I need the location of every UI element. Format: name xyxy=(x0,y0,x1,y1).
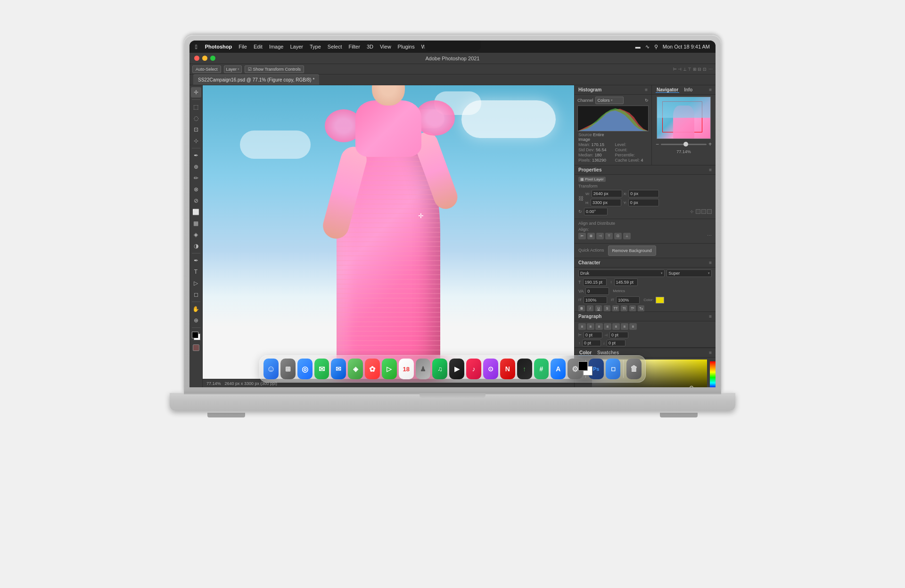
strikethrough-btn[interactable]: S xyxy=(604,305,610,312)
zoom-tool[interactable]: ⊕ xyxy=(191,315,201,326)
object-select-tool[interactable]: ⊡ xyxy=(191,124,201,135)
font-family-select[interactable]: Druk ▾ xyxy=(578,270,665,277)
right-indent-input[interactable]: 0 pt xyxy=(609,332,628,338)
dock-app-stocks[interactable]: ↑ xyxy=(517,359,532,379)
angle-input[interactable]: 0.00° xyxy=(584,208,608,215)
gradient-tool[interactable]: ▦ xyxy=(191,218,201,229)
menu-file[interactable]: File xyxy=(239,44,247,49)
align-top-btn[interactable]: ⊤ xyxy=(605,233,613,239)
para-justify-last-right[interactable]: ≡ xyxy=(621,323,628,330)
dock-app-appletv[interactable]: ▶ xyxy=(449,359,464,379)
space-after-input[interactable]: 0 pt xyxy=(607,340,625,346)
hscale-input[interactable]: 100% xyxy=(584,296,607,304)
w-input[interactable]: 2640 px xyxy=(592,190,622,197)
quick-mask-btn[interactable] xyxy=(192,344,200,351)
dock-app-contacts[interactable]: ♟ xyxy=(416,359,431,379)
more-options-icon[interactable]: ⋯ xyxy=(708,67,713,72)
pen-tool[interactable]: ✒ xyxy=(191,255,201,266)
crop-tool[interactable]: ⊹ xyxy=(191,136,201,146)
close-button[interactable] xyxy=(194,56,199,61)
dock-app-trash[interactable]: 🗑 xyxy=(626,359,642,379)
menu-edit[interactable]: Edit xyxy=(254,44,263,49)
refresh-icon[interactable]: ↻ xyxy=(645,98,649,103)
font-style-select[interactable]: Super ▾ xyxy=(666,270,712,277)
canvas-area[interactable]: ✛ 77.14% 2640 px x 3300 px (300 ppi) xyxy=(203,85,574,387)
para-align-center[interactable]: ≡ xyxy=(587,323,594,330)
eyedropper-tool[interactable]: ✒ xyxy=(191,150,201,161)
tab-color[interactable]: Color xyxy=(578,350,592,356)
minimize-button[interactable] xyxy=(202,56,207,61)
x-input[interactable]: 0 px xyxy=(628,190,659,197)
lasso-tool[interactable]: ◌ xyxy=(191,113,201,123)
bold-btn[interactable]: B xyxy=(578,305,585,312)
move-tool[interactable]: ✛ xyxy=(191,87,201,98)
vscale-input[interactable]: 100% xyxy=(616,296,640,304)
dock-app-mail[interactable]: ✉ xyxy=(331,359,346,379)
apple-logo-icon[interactable]:  xyxy=(195,43,197,50)
foreground-color-box[interactable] xyxy=(578,361,588,371)
tab-info[interactable]: Info xyxy=(683,87,693,93)
font-size-input[interactable]: 190.15 pt xyxy=(583,278,607,286)
color-panel-menu-icon[interactable]: ≡ xyxy=(709,350,712,355)
blur-tool[interactable]: ◈ xyxy=(191,229,201,240)
menu-image[interactable]: Image xyxy=(269,44,284,49)
eraser-tool[interactable]: ⬜ xyxy=(191,207,201,217)
y-input[interactable]: 0 px xyxy=(628,199,659,206)
para-justify-last-left[interactable]: ≡ xyxy=(604,323,611,330)
align-right-btn[interactable]: ⊣ xyxy=(596,233,604,239)
allcaps-btn[interactable]: TT xyxy=(612,305,619,312)
smallcaps-btn[interactable]: Tt xyxy=(621,305,627,312)
marquee-tool[interactable]: ⬚ xyxy=(191,102,201,112)
menu-plugins[interactable]: Plugins xyxy=(398,44,415,49)
align-left-btn[interactable]: ⊢ xyxy=(578,233,586,239)
color-spectrum-bar[interactable] xyxy=(710,361,716,387)
properties-menu-icon[interactable]: ≡ xyxy=(709,167,712,172)
dock-app-messages[interactable]: ✉ xyxy=(314,359,329,379)
space-before-input[interactable]: 0 pt xyxy=(582,340,601,346)
dock-app-maps[interactable]: ◈ xyxy=(348,359,363,379)
menu-filter[interactable]: Filter xyxy=(348,44,360,49)
path-tool[interactable]: ▷ xyxy=(191,278,201,288)
tab-navigator[interactable]: Navigator xyxy=(656,87,679,93)
para-align-left[interactable]: ≡ xyxy=(578,323,586,330)
auto-select-btn[interactable]: Auto-Select xyxy=(192,65,221,73)
dock-app-launchpad[interactable]: ⊞ xyxy=(280,359,296,379)
align-center-h-btn[interactable]: ⊠ xyxy=(587,233,595,239)
maximize-button[interactable] xyxy=(210,56,215,61)
type-tool[interactable]: T xyxy=(191,267,201,277)
h-input[interactable]: 3300 px xyxy=(591,199,621,206)
tab-swatches[interactable]: Swatches xyxy=(596,350,620,356)
char-color-swatch[interactable] xyxy=(656,297,664,303)
align-bottom-btn[interactable]: ⊥ xyxy=(623,233,631,239)
menu-type[interactable]: Type xyxy=(310,44,321,49)
dodge-tool[interactable]: ◑ xyxy=(191,241,201,251)
histogram-close-icon[interactable]: ≡ xyxy=(645,87,648,92)
italic-btn[interactable]: I xyxy=(587,305,593,312)
zoom-minus-icon[interactable]: − xyxy=(656,141,659,147)
dock-app-music[interactable]: ♪ xyxy=(466,359,481,379)
zoom-plus-icon[interactable]: + xyxy=(708,141,712,147)
dock-app-safari[interactable]: ◎ xyxy=(297,359,313,379)
dock-app-spotify[interactable]: ♫ xyxy=(432,359,447,379)
dock-app-facetime[interactable]: ▷ xyxy=(382,359,397,379)
leading-input[interactable]: 145.59 pt xyxy=(614,278,638,286)
app-name-label[interactable]: Photoshop xyxy=(205,44,232,49)
history-tool[interactable]: ⊘ xyxy=(191,196,201,206)
left-indent-input[interactable]: 0 pt xyxy=(584,332,602,338)
ref-btn-2[interactable] xyxy=(701,209,706,214)
menu-layer[interactable]: Layer xyxy=(290,44,303,49)
align-more-icon[interactable]: ⋯ xyxy=(707,233,712,239)
menu-3d[interactable]: 3D xyxy=(367,44,373,49)
channel-select[interactable]: Colors ▾ xyxy=(595,97,624,104)
zoom-slider[interactable] xyxy=(661,144,707,145)
shape-tool[interactable]: ◻ xyxy=(191,289,201,300)
paragraph-menu-icon[interactable]: ≡ xyxy=(709,314,712,319)
para-justify-last-center[interactable]: ≡ xyxy=(612,323,620,330)
dock-app-calendar[interactable]: 18 xyxy=(399,359,414,379)
superscript-btn[interactable]: T² xyxy=(629,305,636,312)
hand-tool[interactable]: ✋ xyxy=(191,304,201,314)
para-align-right[interactable]: ≡ xyxy=(595,323,603,330)
healing-tool[interactable]: ⊕ xyxy=(191,162,201,172)
menu-select[interactable]: Select xyxy=(328,44,342,49)
para-justify-all[interactable]: ≡ xyxy=(629,323,637,330)
